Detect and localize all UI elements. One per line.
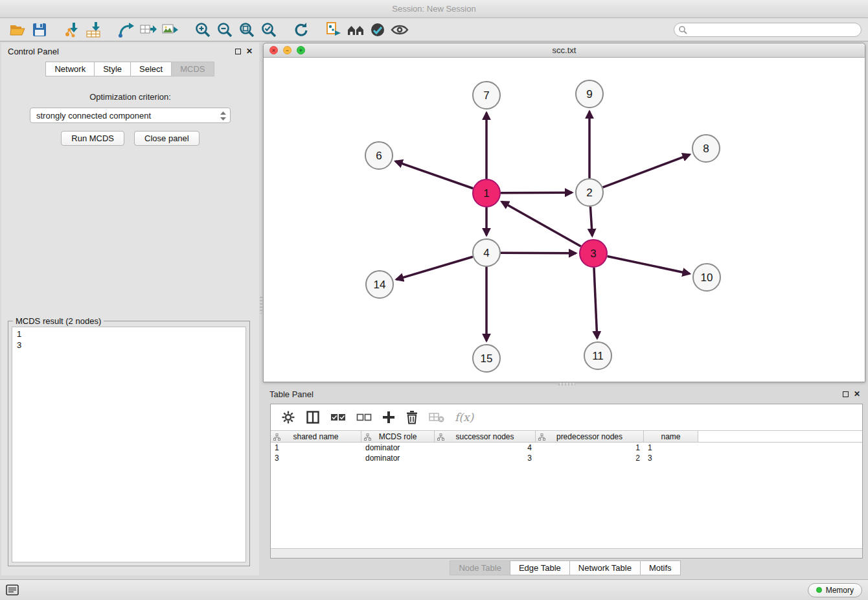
refresh-icon[interactable] [290, 20, 312, 40]
graph-node-14[interactable]: 14 [366, 271, 393, 298]
column-header-predecessor-nodes[interactable]: predecessor nodes [536, 431, 644, 442]
control-panel-tabs: Network Style Select MCDS [1, 62, 259, 76]
svg-text:7: 7 [483, 89, 489, 102]
graph-svg[interactable]: 7968124310141511 [264, 58, 865, 382]
tab-network[interactable]: Network [45, 62, 95, 76]
zoom-selected-icon[interactable] [258, 20, 280, 40]
tab-mcds[interactable]: MCDS [171, 62, 214, 76]
graph-edge-2-3[interactable] [590, 207, 592, 236]
horizontal-scrollbar[interactable] [271, 548, 862, 558]
run-mcds-button[interactable]: Run MCDS [61, 131, 124, 146]
table-row[interactable]: 1 dominator 4 1 1 [271, 443, 862, 453]
float-table-panel-icon[interactable] [843, 391, 849, 397]
dropdown-stepper-icon [220, 111, 227, 123]
minimize-window-icon[interactable]: − [283, 46, 291, 54]
status-bar: Memory [0, 579, 868, 600]
export-table-icon[interactable] [137, 20, 159, 40]
memory-button[interactable]: Memory [808, 583, 862, 597]
table-row[interactable]: 3 dominator 3 2 3 [271, 453, 862, 463]
column-header-successor-nodes[interactable]: successor nodes [435, 431, 536, 442]
graph-node-11[interactable]: 11 [584, 342, 611, 369]
graph-node-2[interactable]: 2 [576, 179, 603, 206]
tab-edge-table[interactable]: Edge Table [510, 560, 570, 575]
svg-text:10: 10 [701, 271, 713, 284]
criterion-dropdown[interactable]: strongly connected component [30, 108, 231, 123]
mcds-result-group: MCDS result (2 nodes) 1 3 [8, 321, 250, 566]
close-panel-icon[interactable]: ✕ [246, 47, 253, 55]
float-panel-icon[interactable] [235, 49, 241, 54]
control-panel: Control Panel ✕ Network Style Select MCD… [1, 43, 259, 575]
zoom-out-icon[interactable] [214, 20, 236, 40]
network-view-window: scc.txt × − + 7968124310141511 [263, 43, 865, 382]
close-panel-button[interactable]: Close panel [134, 131, 200, 146]
graph-node-4[interactable]: 4 [473, 239, 500, 266]
open-file-icon[interactable] [6, 20, 29, 40]
tab-node-table[interactable]: Node Table [450, 560, 510, 575]
save-session-icon[interactable] [29, 20, 51, 40]
column-header-name[interactable]: name [644, 431, 698, 442]
tab-network-table[interactable]: Network Table [569, 560, 641, 575]
graph-node-1[interactable]: 1 [473, 179, 500, 207]
graph-edge-4-3[interactable] [501, 253, 576, 253]
tab-select[interactable]: Select [130, 62, 172, 76]
column-header-shared-name[interactable]: shared name [271, 431, 361, 442]
svg-text:4: 4 [483, 247, 489, 259]
graph-edge-3-11[interactable] [594, 268, 597, 338]
svg-text:2: 2 [586, 187, 592, 199]
search-field-wrap [674, 23, 862, 37]
import-network-icon[interactable] [61, 20, 83, 40]
horizontal-splitter[interactable] [558, 383, 575, 386]
node-table-container: f(x) shared name MCDS role successor nod… [270, 404, 863, 559]
network-window-titlebar[interactable]: scc.txt × − + [264, 43, 865, 58]
zoom-fit-icon[interactable] [236, 20, 258, 40]
close-window-icon[interactable]: × [269, 46, 278, 54]
show-hide-icon[interactable] [389, 20, 411, 40]
graph-edge-4-14[interactable] [396, 257, 473, 279]
tab-motifs[interactable]: Motifs [640, 560, 681, 575]
function-builder-button[interactable]: f(x) [455, 411, 474, 424]
result-line: 1 [17, 329, 241, 340]
deselect-all-icon[interactable] [356, 412, 372, 422]
columns-icon[interactable] [306, 410, 320, 424]
criterion-dropdown-value: strongly connected component [36, 111, 151, 121]
select-all-icon[interactable] [330, 412, 346, 422]
gear-icon[interactable] [281, 410, 295, 424]
network-from-selection-icon[interactable] [323, 20, 345, 40]
graph-node-9[interactable]: 9 [576, 80, 603, 108]
mcds-result-text[interactable]: 1 3 [12, 327, 246, 562]
apply-style-icon[interactable] [367, 20, 389, 40]
graph-edge-1-2[interactable] [501, 192, 572, 193]
column-header-mcds-role[interactable]: MCDS role [361, 431, 435, 442]
export-image-icon[interactable] [159, 20, 181, 40]
close-table-panel-icon[interactable]: ✕ [854, 390, 860, 398]
graph-node-10[interactable]: 10 [693, 264, 720, 291]
first-neighbors-icon[interactable] [345, 20, 367, 40]
graph-edge-2-8[interactable] [603, 155, 690, 188]
search-icon [678, 25, 687, 36]
result-line: 3 [17, 340, 241, 351]
column-edit-icon [538, 433, 545, 443]
search-input[interactable] [674, 23, 862, 37]
graph-node-8[interactable]: 8 [692, 135, 720, 162]
svg-text:1: 1 [483, 187, 489, 200]
graph-node-6[interactable]: 6 [365, 142, 393, 169]
tab-style[interactable]: Style [94, 62, 131, 76]
graph-edge-3-1[interactable] [502, 202, 581, 246]
import-table-icon[interactable] [83, 20, 105, 40]
zoom-in-icon[interactable] [192, 20, 214, 40]
graph-edge-3-10[interactable] [608, 257, 690, 274]
main-toolbar [0, 18, 868, 41]
svg-text:3: 3 [590, 248, 596, 260]
column-edit-icon [364, 433, 371, 443]
maximize-window-icon[interactable]: + [297, 46, 305, 54]
export-network-icon[interactable] [115, 20, 137, 40]
command-panel-icon[interactable] [6, 584, 19, 595]
graph-node-15[interactable]: 15 [473, 345, 500, 372]
table-toolbar: f(x) [271, 404, 862, 430]
graph-node-3[interactable]: 3 [580, 240, 607, 267]
add-column-icon[interactable] [382, 411, 395, 424]
delete-table-icon[interactable] [429, 411, 444, 423]
delete-column-icon[interactable] [405, 410, 418, 424]
graph-node-7[interactable]: 7 [473, 82, 500, 109]
graph-edge-1-6[interactable] [395, 161, 473, 189]
